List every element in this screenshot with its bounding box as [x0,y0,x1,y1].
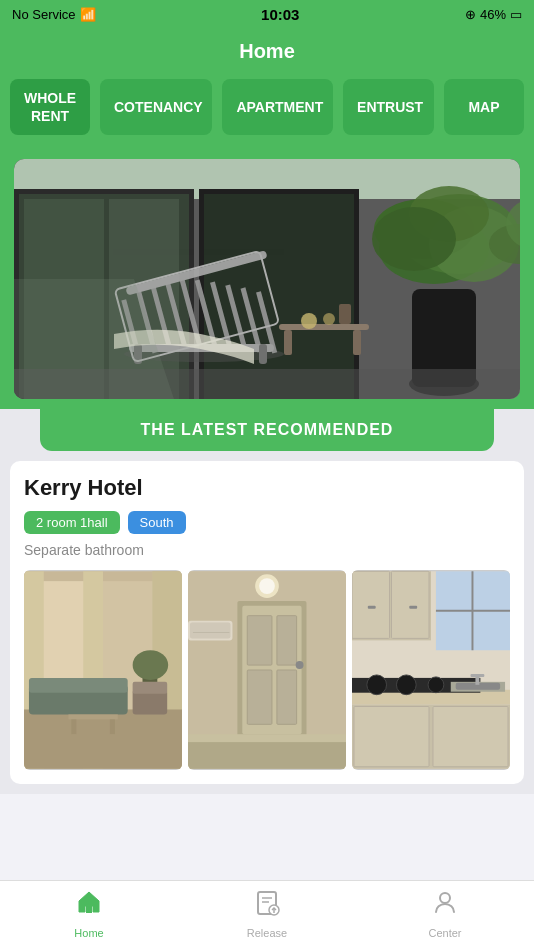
svg-rect-64 [247,616,272,665]
nav-release[interactable]: Release [227,888,307,939]
svg-rect-72 [188,740,346,770]
property-photos [24,570,510,770]
direction-tag: South [128,511,186,534]
nav-map[interactable]: MAP [444,79,524,135]
svg-rect-5 [204,194,354,399]
time-display: 10:03 [261,6,299,23]
svg-rect-29 [339,304,351,324]
svg-rect-50 [29,678,128,693]
svg-point-28 [323,313,335,325]
recommended-banner: THE LATEST RECOMMENDED [40,409,494,451]
svg-rect-65 [277,616,297,665]
home-label: Home [74,927,103,939]
svg-rect-57 [133,682,168,694]
svg-rect-25 [284,330,292,355]
nav-home[interactable]: Home [49,888,129,939]
svg-rect-67 [277,670,297,724]
svg-point-86 [396,675,416,695]
svg-rect-70 [190,623,230,639]
release-label: Release [247,927,287,939]
category-nav: WHOLERENT COTENANCY APARTMENT ENTRUST MA… [0,79,534,149]
svg-rect-24 [279,324,369,330]
svg-rect-51 [68,715,117,720]
signal-text: No Service [12,7,76,22]
recommended-text: THE LATEST RECOMMENDED [40,421,494,439]
svg-rect-53 [110,720,115,735]
svg-rect-22 [259,344,267,364]
page-title: Home [0,40,534,63]
svg-rect-94 [471,674,485,677]
section-bg: THE LATEST RECOMMENDED Kerry Hotel 2 roo… [0,409,534,794]
svg-point-37 [372,207,456,271]
center-label: Center [428,927,461,939]
svg-point-101 [440,893,450,903]
nav-apartment[interactable]: APARTMENT [222,79,333,135]
hero-image [14,159,520,399]
nav-whole-rent[interactable]: WHOLERENT [10,79,90,135]
photo-hallway[interactable] [188,570,346,770]
svg-rect-90 [433,707,508,767]
battery-text: 46% [480,7,506,22]
property-tags: 2 room 1hall South [24,511,510,534]
svg-point-55 [133,651,169,681]
release-icon [253,888,281,923]
photo-kitchen[interactable] [352,570,510,770]
svg-rect-89 [354,707,429,767]
center-icon [431,888,459,923]
svg-rect-73 [188,735,346,743]
svg-rect-66 [247,670,272,724]
status-bar: No Service 📶 10:03 ⊕ 46% ▭ [0,0,534,28]
svg-rect-80 [392,572,430,639]
bottom-nav: Home Release Center [0,880,534,950]
hero-container [0,149,534,409]
svg-point-61 [259,579,275,595]
property-name: Kerry Hotel [24,475,510,501]
rooms-tag: 2 room 1hall [24,511,120,534]
svg-rect-79 [352,572,390,639]
svg-rect-82 [409,606,417,609]
svg-point-87 [428,677,444,693]
svg-rect-52 [71,720,76,735]
property-description: Separate bathroom [24,542,510,558]
nav-cotenancy[interactable]: COTENANCY [100,79,212,135]
svg-point-27 [301,313,317,329]
svg-rect-95 [86,906,92,913]
svg-point-68 [296,661,304,669]
photo-living-room[interactable] [24,570,182,770]
header: Home [0,28,534,79]
home-icon [75,888,103,923]
nav-center[interactable]: Center [405,888,485,939]
svg-rect-26 [353,330,361,355]
battery-icon: ▭ [510,7,522,22]
svg-point-85 [367,675,387,695]
svg-rect-81 [368,606,376,609]
property-card: Kerry Hotel 2 room 1hall South Separate … [10,461,524,784]
wifi-icon: 📶 [80,7,96,22]
nav-entrust[interactable]: ENTRUST [343,79,434,135]
location-icon: ⊕ [465,7,476,22]
